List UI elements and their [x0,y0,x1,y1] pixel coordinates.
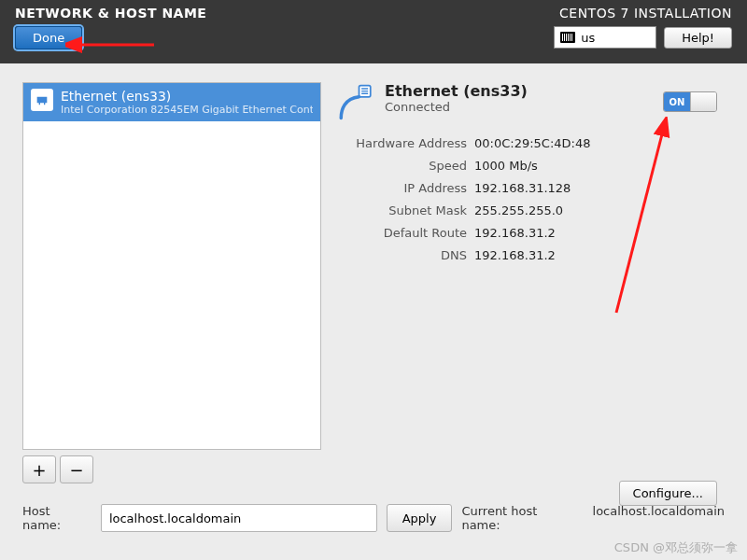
top-bar: NETWORK & HOST NAME Done CENTOS 7 INSTAL… [0,0,747,63]
watermark: CSDN @邓总须弥一拿 [614,539,738,556]
apply-button[interactable]: Apply [387,504,453,532]
row-dns: DNS 192.168.31.2 [336,245,725,267]
hostname-label: Host name: [22,504,92,532]
interface-item-subtitle: Intel Corporation 82545EM Gigabit Ethern… [61,104,313,116]
row-ip-address: IP Address 192.168.31.128 [336,177,725,200]
toggle-knob [690,92,716,111]
row-speed: Speed 1000 Mb/s [336,155,725,177]
keyboard-indicator[interactable]: us [554,26,656,49]
ethernet-icon [31,89,53,111]
page-title: NETWORK & HOST NAME [15,6,206,21]
top-left: NETWORK & HOST NAME Done [15,6,206,63]
interface-toggle[interactable]: ON [663,91,717,112]
row-default-route: Default Route 192.168.31.2 [336,222,725,245]
list-empty-area [23,121,320,449]
interface-status: Connected [385,100,528,114]
row-subnet-mask: Subnet Mask 255.255.255.0 [336,200,725,222]
interface-details: Hardware Address 00:0C:29:5C:4D:48 Speed… [336,133,725,267]
current-hostname-value: localhost.localdomain [593,504,725,532]
interface-item-ens33[interactable]: Ethernet (ens33) Intel Corporation 82545… [23,83,320,121]
keyboard-layout-text: us [581,31,595,45]
help-button[interactable]: Help! [664,27,732,49]
done-button[interactable]: Done [15,26,82,49]
interface-list-column: Ethernet (ens33) Intel Corporation 82545… [22,82,321,483]
configure-button[interactable]: Configure... [619,481,717,506]
interface-item-name: Ethernet (ens33) [61,89,313,104]
keyboard-icon [560,32,575,43]
interface-list[interactable]: Ethernet (ens33) Intel Corporation 82545… [22,82,321,450]
interface-title: Ethernet (ens33) [385,82,528,100]
install-label: CENTOS 7 INSTALLATION [559,6,732,21]
hostname-input[interactable] [101,504,377,532]
interface-detail-column: Ethernet (ens33) Connected ON Hardware A… [336,82,725,483]
top-right: CENTOS 7 INSTALLATION us Help! [554,6,732,63]
main-area: Ethernet (ens33) Intel Corporation 82545… [0,63,747,483]
toggle-on-label: ON [664,92,690,111]
remove-interface-button[interactable]: − [60,455,93,483]
add-interface-button[interactable]: + [22,455,56,483]
current-hostname-label: Current host name: [461,504,575,532]
hostname-row: Host name: Apply Current host name: loca… [22,504,725,532]
ethernet-cable-icon [336,82,375,121]
row-hardware-address: Hardware Address 00:0C:29:5C:4D:48 [336,133,725,155]
